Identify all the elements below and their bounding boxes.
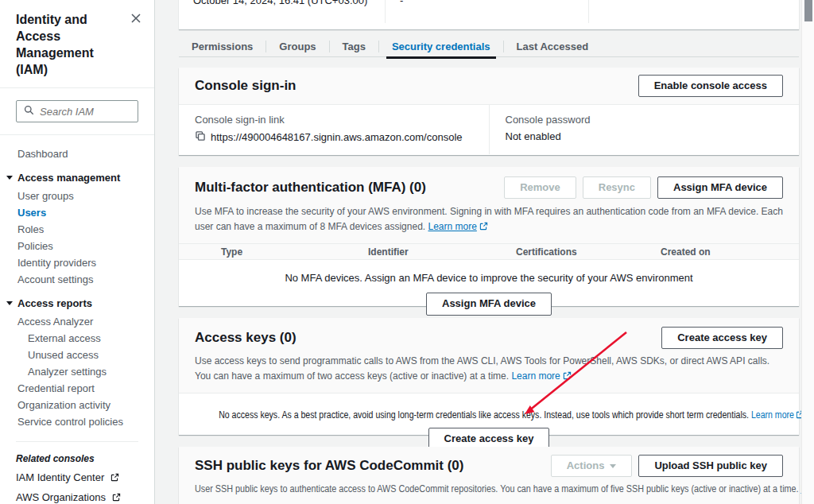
chevron-down-icon [6,301,13,305]
ssh-keys-panel: SSH public keys for AWS CodeCommit (0) A… [179,447,799,504]
sidebar-item-roles[interactable]: Roles [0,221,154,238]
related-consoles-heading: Related consoles [0,442,154,467]
ssh-keys-description: User SSH public keys to authenticate acc… [179,482,799,504]
external-link-icon [110,491,121,503]
empty-value-dash: - [400,0,403,6]
sidebar-section-access-reports[interactable]: Access reports [0,295,154,312]
sidebar-nav: Dashboard Access management User groups … [0,135,154,504]
main-content: October 14, 2024, 16:41 (UTC+03:00) - Pe… [156,0,801,504]
chevron-down-icon [610,464,616,468]
user-tabs: Permissions Groups Tags Security credent… [179,36,799,57]
iam-sidebar: Identity and Access Management (IAM) Das… [0,0,155,504]
search-icon [24,104,34,118]
console-password-label: Console password [506,114,784,126]
console-signin-header: Console sign-in Enable console access [179,68,799,105]
access-keys-panel: Access keys (0) Create access key Use ac… [179,318,799,435]
ssh-keys-title: SSH public keys for AWS CodeCommit (0) [195,458,463,474]
mfa-col-type: Type [221,246,368,258]
vertical-scrollbar[interactable] [801,0,814,504]
sidebar-item-access-analyzer[interactable]: Access Analyzer [0,313,154,330]
sidebar-item-external-access[interactable]: External access [0,330,154,347]
sidebar-item-service-control-policies[interactable]: Service control policies [0,413,154,430]
search-input[interactable] [40,106,130,118]
sidebar-section-access-management[interactable]: Access management [0,169,154,186]
console-signin-link-label: Console sign-in link [195,114,473,126]
mfa-description: Use MFA to increase the security of your… [179,204,799,243]
link-aws-organizations[interactable]: AWS Organizations [0,487,154,504]
sidebar-header: Identity and Access Management (IAM) [0,0,154,88]
sidebar-item-users[interactable]: Users [0,204,154,221]
assign-mfa-device-button[interactable]: Assign MFA device [657,176,783,199]
column-divider [588,0,589,23]
sidebar-item-account-settings[interactable]: Account settings [0,271,154,288]
mfa-title: Multi-factor authentication (MFA) (0) [195,180,426,196]
tab-last-accessed[interactable]: Last Accessed [504,36,602,57]
mfa-panel: Multi-factor authentication (MFA) (0) Re… [179,167,799,306]
sidebar-item-dashboard[interactable]: Dashboard [0,145,154,162]
access-keys-header: Access keys (0) Create access key Use ac… [179,318,799,394]
upload-ssh-public-key-button[interactable]: Upload SSH public key [638,455,783,477]
sidebar-item-identity-providers[interactable]: Identity providers [0,254,154,271]
assign-mfa-device-button-empty[interactable]: Assign MFA device [426,293,552,315]
create-access-key-button[interactable]: Create access key [661,327,783,349]
console-signin-title: Console sign-in [195,78,297,94]
access-keys-empty-text: No access keys. As a best practice, avoi… [219,409,749,421]
copy-icon[interactable] [195,130,206,144]
sidebar-item-analyzer-settings[interactable]: Analyzer settings [0,363,154,380]
mfa-empty-text: No MFA devices. Assign an MFA device to … [179,272,799,284]
ssh-keys-header: SSH public keys for AWS CodeCommit (0) A… [179,447,799,504]
mfa-learn-more-link[interactable]: Learn more [428,221,487,232]
column-divider [385,0,386,23]
external-link-icon [108,471,119,483]
tab-groups[interactable]: Groups [266,36,328,57]
mfa-col-certifications: Certifications [516,246,661,258]
user-details-panel-clipped: October 14, 2024, 16:41 (UTC+03:00) - [179,0,799,29]
enable-console-access-button[interactable]: Enable console access [638,75,783,97]
mfa-header: Multi-factor authentication (MFA) (0) Re… [179,167,799,244]
console-password-field: Console password Not enabled [490,105,800,154]
sidebar-title: Identity and Access Management (IAM) [16,11,124,78]
created-timestamp: October 14, 2024, 16:41 (UTC+03:00) [193,0,367,6]
sidebar-item-policies[interactable]: Policies [0,238,154,254]
access-keys-empty-learn-more-link[interactable]: Learn more [751,409,804,421]
sidebar-item-organization-activity[interactable]: Organization activity [0,397,154,413]
mfa-col-identifier: Identifier [368,246,516,258]
console-signin-link-field: Console sign-in link https://49000464816… [179,105,490,154]
scrollbar-thumb[interactable] [804,0,812,21]
sidebar-item-credential-report[interactable]: Credential report [0,380,154,397]
sidebar-search-area [0,88,154,135]
access-keys-title: Access keys (0) [195,330,297,346]
console-signin-body: Console sign-in link https://49000464816… [179,105,799,154]
sidebar-item-unused-access[interactable]: Unused access [0,347,154,363]
tab-tags[interactable]: Tags [330,36,378,57]
console-signin-panel: Console sign-in Enable console access Co… [179,68,799,155]
mfa-col-created-on: Created on [661,246,799,258]
resync-mfa-button[interactable]: Resync [583,176,651,199]
remove-mfa-button[interactable]: Remove [504,176,576,199]
access-keys-learn-more-link[interactable]: Learn more [511,370,571,382]
tab-security-credentials[interactable]: Security credentials [379,36,503,57]
mfa-table-header: Type Identifier Certifications Created o… [179,244,799,260]
close-icon[interactable] [129,11,143,25]
tab-permissions[interactable]: Permissions [179,36,266,57]
console-signin-link-value: https://490004648167.signin.aws.amazon.c… [211,131,463,143]
console-password-value: Not enabled [506,130,784,142]
ssh-actions-button[interactable]: Actions [551,455,633,477]
access-keys-empty-state: No access keys. As a best practice, avoi… [179,394,799,450]
chevron-down-icon [6,176,13,180]
search-box[interactable] [16,100,138,122]
mfa-empty-state: No MFA devices. Assign an MFA device to … [179,260,799,315]
access-keys-description: Use access keys to send programmatic cal… [179,354,799,393]
link-iam-identity-center[interactable]: IAM Identity Center [0,467,154,487]
sidebar-item-user-groups[interactable]: User groups [0,188,154,204]
